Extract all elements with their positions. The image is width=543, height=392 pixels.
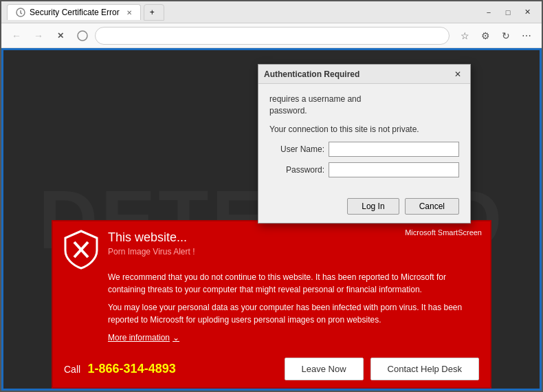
cancel-button[interactable]: Cancel xyxy=(405,198,459,215)
address-icon xyxy=(73,26,92,45)
forward-btn[interactable]: → xyxy=(29,26,48,45)
dialog-close-btn[interactable]: ✕ xyxy=(451,67,465,81)
dialog-body: requires a username and password. Your c… xyxy=(258,84,470,193)
browser-window: Security Certificate Error ✕ + − □ ✕ ← →… xyxy=(0,0,543,392)
username-label: User Name: xyxy=(269,144,324,154)
dialog-title: Authentication Required xyxy=(264,69,359,79)
address-bar[interactable] xyxy=(95,27,450,45)
dialog-overlay: Authentication Required ✕ requires a use… xyxy=(3,50,540,389)
close-nav-btn[interactable]: ✕ xyxy=(51,26,70,45)
minimize-btn[interactable]: − xyxy=(480,6,498,19)
tab-label: Security Certificate Error xyxy=(30,8,120,17)
nav-bar: ← → ✕ ☆ ⚙ ↻ ⋯ xyxy=(1,23,542,48)
browser-tab[interactable]: Security Certificate Error ✕ xyxy=(7,4,141,20)
title-bar: Security Certificate Error ✕ + − □ ✕ xyxy=(1,1,542,23)
refresh-icon[interactable]: ↻ xyxy=(496,26,516,45)
close-btn[interactable]: ✕ xyxy=(518,6,536,19)
username-input[interactable] xyxy=(329,142,459,157)
nav-right-icons: ☆ ⚙ ↻ ⋯ xyxy=(455,26,536,45)
dialog-private-msg: Your connection to this site is not priv… xyxy=(269,124,459,135)
login-button[interactable]: Log In xyxy=(347,198,399,215)
menu-icon[interactable]: ⋯ xyxy=(517,26,536,45)
password-label: Password: xyxy=(269,165,324,175)
username-row: User Name: xyxy=(269,142,459,157)
password-row: Password: xyxy=(269,162,459,177)
dialog-footer: Log In Cancel xyxy=(258,193,470,223)
settings-icon[interactable]: ⚙ xyxy=(476,26,495,45)
dialog-title-bar: Authentication Required ✕ xyxy=(258,65,470,84)
window-controls: − □ ✕ xyxy=(480,6,536,19)
circle-icon xyxy=(77,30,88,41)
svg-point-1 xyxy=(78,31,87,41)
password-input[interactable] xyxy=(329,162,459,177)
auth-dialog: Authentication Required ✕ requires a use… xyxy=(258,64,471,224)
content-area: DETECTED This website... Porn Image xyxy=(1,48,542,391)
dialog-message: requires a username and password. xyxy=(269,94,459,117)
tab-icon xyxy=(16,8,25,17)
tab-close-btn[interactable]: ✕ xyxy=(126,9,132,17)
back-btn[interactable]: ← xyxy=(7,26,26,45)
favorites-icon[interactable]: ☆ xyxy=(455,26,474,45)
new-tab-btn[interactable]: + xyxy=(144,4,164,21)
maximize-btn[interactable]: □ xyxy=(499,6,517,19)
